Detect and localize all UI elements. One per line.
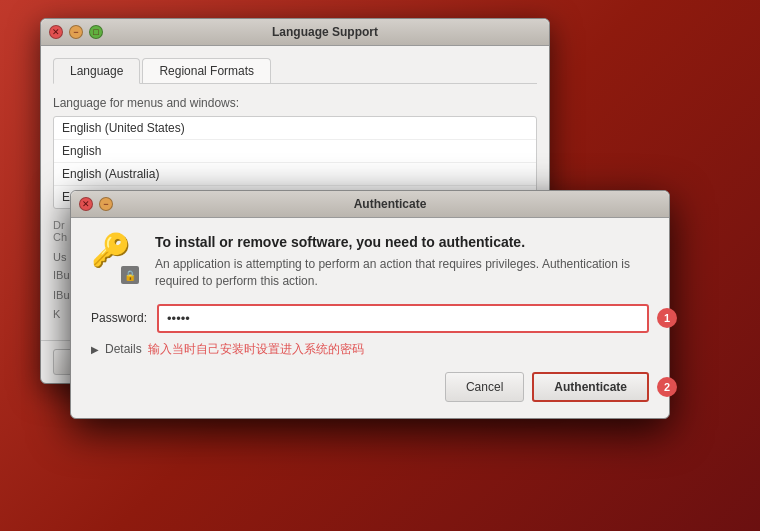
auth-icon-area: 🔑 🔒 xyxy=(91,234,141,284)
section-label: Language for menus and windows: xyxy=(53,96,537,110)
tab-regional-formats[interactable]: Regional Formats xyxy=(142,58,271,83)
maximize-icon: □ xyxy=(93,27,98,37)
minimize-icon: − xyxy=(103,199,108,209)
authenticate-button[interactable]: Authenticate xyxy=(532,372,649,402)
auth-description: An application is attempting to perform … xyxy=(155,256,649,290)
auth-text-area: To install or remove software, you need … xyxy=(155,234,649,290)
password-label: Password: xyxy=(91,311,147,325)
close-button[interactable]: ✕ xyxy=(49,25,63,39)
auth-dialog-title: Authenticate xyxy=(119,197,661,211)
tab-language[interactable]: Language xyxy=(53,58,140,84)
details-arrow-icon: ▶ xyxy=(91,344,99,355)
minimize-icon: − xyxy=(73,27,78,37)
list-item[interactable]: English xyxy=(54,140,536,163)
details-row: ▶ Details 输入当时自己安装时设置进入系统的密码 xyxy=(91,341,649,358)
key-icon: 🔑 xyxy=(91,234,141,266)
details-hint-text: 输入当时自己安装时设置进入系统的密码 xyxy=(148,341,364,358)
list-item[interactable]: English (Australia) xyxy=(54,163,536,186)
auth-minimize-button[interactable]: − xyxy=(99,197,113,211)
authenticate-dialog: ✕ − Authenticate 🔑 🔒 To install or remov… xyxy=(70,190,670,419)
close-icon: ✕ xyxy=(52,27,60,37)
language-window-titlebar: ✕ − □ Language Support xyxy=(41,19,549,46)
close-icon: ✕ xyxy=(82,199,90,209)
badge-1: 1 xyxy=(657,308,677,328)
minimize-button[interactable]: − xyxy=(69,25,83,39)
auth-body: 🔑 🔒 To install or remove software, you n… xyxy=(71,218,669,418)
badge-2: 2 xyxy=(657,377,677,397)
password-row: Password: 1 xyxy=(91,304,649,333)
password-input-wrap: 1 xyxy=(157,304,649,333)
drag-hint: DrCh xyxy=(53,219,67,243)
cancel-button[interactable]: Cancel xyxy=(445,372,524,402)
auth-main-title: To install or remove software, you need … xyxy=(155,234,649,250)
language-window-title: Language Support xyxy=(109,25,541,39)
list-item[interactable]: English (United States) xyxy=(54,117,536,140)
password-input[interactable] xyxy=(157,304,649,333)
tab-bar: Language Regional Formats xyxy=(53,58,537,84)
auth-close-button[interactable]: ✕ xyxy=(79,197,93,211)
auth-titlebar: ✕ − Authenticate xyxy=(71,191,669,218)
lock-badge-icon: 🔒 xyxy=(121,266,139,284)
maximize-button[interactable]: □ xyxy=(89,25,103,39)
details-label[interactable]: Details xyxy=(105,342,142,356)
auth-button-row: Cancel Authenticate 2 xyxy=(91,372,649,402)
auth-top-section: 🔑 🔒 To install or remove software, you n… xyxy=(91,234,649,290)
